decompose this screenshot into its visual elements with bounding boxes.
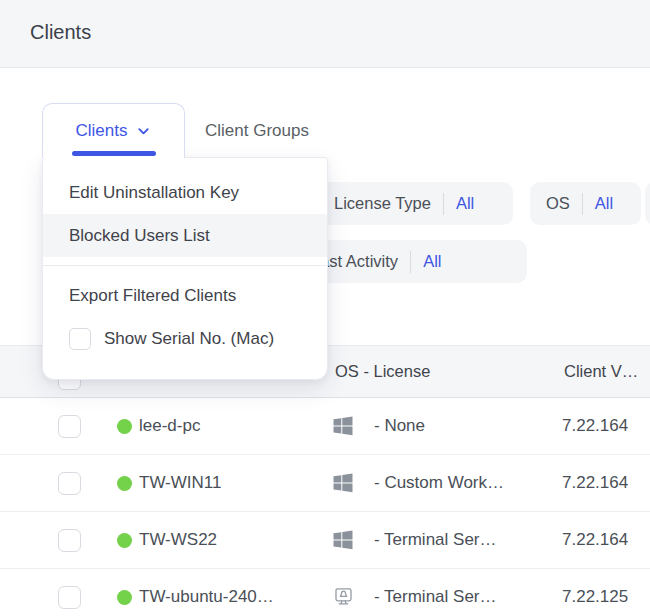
client-version: 7.22.125 xyxy=(562,569,628,616)
show-serial-checkbox[interactable] xyxy=(69,328,91,350)
windows-logo-icon xyxy=(333,473,353,493)
filter-label: OS xyxy=(546,194,570,213)
table-row[interactable]: lee-d-pc - None 7.22.164 xyxy=(0,398,650,455)
tab-clients-label: Clients xyxy=(76,121,128,141)
os-license: - Custom Work… xyxy=(374,455,504,511)
os-license: - Terminal Ser… xyxy=(374,512,497,568)
filter-value: All xyxy=(456,194,474,213)
filter-chip-os[interactable]: OS All xyxy=(530,182,641,225)
filter-value: All xyxy=(595,194,613,213)
clients-page: Clients Clients Client Groups License Ty… xyxy=(0,0,650,616)
filter-value: All xyxy=(423,252,441,271)
client-version: 7.22.164 xyxy=(562,512,628,568)
top-bar: Clients xyxy=(0,0,650,68)
chevron-down-icon xyxy=(136,124,151,139)
os-license: - Terminal Ser… xyxy=(374,569,497,616)
page-title: Clients xyxy=(30,21,91,44)
menu-item-export-filtered-clients[interactable]: Export Filtered Clients xyxy=(43,274,327,317)
table-row[interactable]: TW-WIN11 - Custom Work… 7.22.164 xyxy=(0,455,650,512)
filter-label: License Type xyxy=(334,194,431,213)
os-license-column-header: OS - License xyxy=(335,346,430,397)
filter-chip-last-activity[interactable]: Last Activity All xyxy=(295,240,527,283)
row-checkbox[interactable] xyxy=(58,586,81,609)
os-license: - None xyxy=(374,398,425,454)
table-row[interactable]: TW-ubuntu-240… - Terminal Ser… 7.22.125 xyxy=(0,569,650,616)
client-name: lee-d-pc xyxy=(139,398,200,454)
menu-item-blocked-users-list[interactable]: Blocked Users List xyxy=(43,214,327,257)
tab-client-groups-label: Client Groups xyxy=(205,121,309,141)
row-checkbox[interactable] xyxy=(58,415,81,438)
windows-logo-icon xyxy=(333,530,353,550)
online-status-icon xyxy=(117,476,132,491)
menu-separator xyxy=(43,265,327,266)
clients-dropdown-menu: Edit Uninstallation Key Blocked Users Li… xyxy=(42,157,328,380)
chip-divider xyxy=(443,193,444,215)
online-status-icon xyxy=(117,419,132,434)
menu-item-show-serial-no-mac[interactable]: Show Serial No. (Mac) xyxy=(43,317,327,361)
windows-logo-icon xyxy=(333,416,353,436)
linux-icon xyxy=(333,587,353,607)
filter-chip-partial[interactable] xyxy=(645,182,650,225)
chip-divider xyxy=(582,193,583,215)
client-version: 7.22.164 xyxy=(562,398,628,454)
client-name: TW-ubuntu-240… xyxy=(139,569,274,616)
chip-divider xyxy=(410,251,411,273)
row-checkbox[interactable] xyxy=(58,529,81,552)
filter-chip-license-type[interactable]: License Type All xyxy=(318,182,513,225)
tab-client-groups[interactable]: Client Groups xyxy=(205,103,309,158)
show-serial-label: Show Serial No. (Mac) xyxy=(104,329,274,349)
online-status-icon xyxy=(117,590,132,605)
client-version-column-header: Client V… xyxy=(564,346,638,397)
row-checkbox[interactable] xyxy=(58,472,81,495)
menu-item-edit-uninstallation-key[interactable]: Edit Uninstallation Key xyxy=(43,171,327,214)
tab-clients[interactable]: Clients xyxy=(42,103,185,158)
table-row[interactable]: TW-WS22 - Terminal Ser… 7.22.164 xyxy=(0,512,650,569)
client-version: 7.22.164 xyxy=(562,455,628,511)
active-tab-underline xyxy=(72,151,156,156)
online-status-icon xyxy=(117,533,132,548)
client-name: TW-WS22 xyxy=(139,512,217,568)
client-name: TW-WIN11 xyxy=(139,455,221,511)
